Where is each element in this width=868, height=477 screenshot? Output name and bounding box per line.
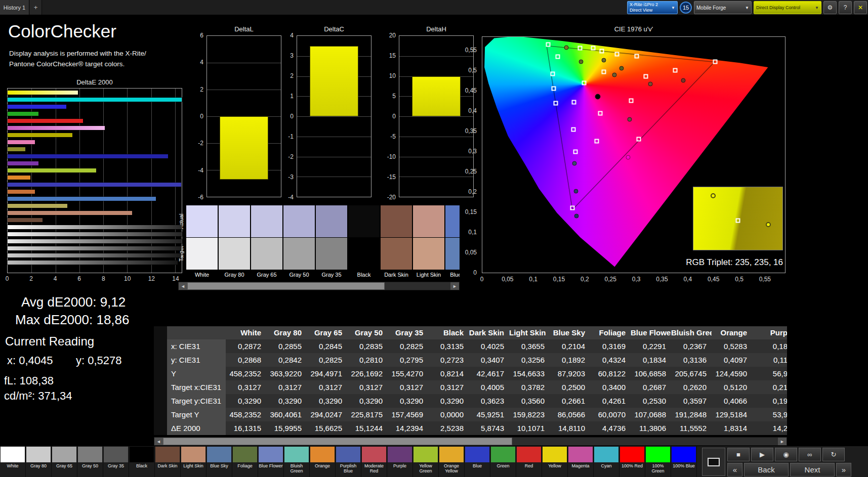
axis-tick-label: -4 xyxy=(188,167,203,174)
avg-de2000-reading: Avg dE2000: 9,12 xyxy=(21,294,126,310)
tab-history-1[interactable]: History 1 xyxy=(0,0,29,15)
target-swatch xyxy=(413,238,444,270)
table-cell: 14,8110 xyxy=(550,421,590,435)
patch-button-blue-flower[interactable]: Blue Flower xyxy=(258,446,284,477)
patch-button-yellow[interactable]: Yellow xyxy=(542,446,568,477)
table-cell: 45,9251 xyxy=(469,408,509,421)
delta-e-bar xyxy=(8,112,38,116)
patch-button-purple[interactable]: Purple xyxy=(387,446,413,477)
patch-button-white[interactable]: White xyxy=(0,446,26,477)
new-tab-button[interactable]: + xyxy=(30,0,42,15)
swatch-label: Gray 50 xyxy=(283,272,315,278)
patch-button-100-green[interactable]: 100% Green xyxy=(645,446,671,477)
axis-tick-label: -1 xyxy=(278,133,294,140)
patch-swatch xyxy=(26,447,51,462)
scroll-left-arrow-icon[interactable]: ◄ xyxy=(179,282,187,290)
scrollbar-thumb[interactable] xyxy=(163,438,512,445)
scroll-right-arrow-icon[interactable]: ► xyxy=(450,282,459,290)
target-marker xyxy=(629,99,633,103)
delta-c-axis: 43210-1-2-3-4 xyxy=(278,35,295,197)
table-cell: 0,3400 xyxy=(590,380,631,394)
table-cell: 205,6745 xyxy=(671,367,712,380)
table-cell: 42,4617 xyxy=(469,367,509,380)
scroll-right-arrow-icon[interactable]: ► xyxy=(778,438,787,445)
patch-swatch xyxy=(646,447,670,462)
display-control-dropdown[interactable]: Direct Display Control ▼ xyxy=(754,1,821,14)
refresh-button[interactable]: ↻ xyxy=(822,448,845,461)
play-button[interactable]: ▶ xyxy=(751,448,773,461)
chevron-down-icon: ▼ xyxy=(671,6,675,10)
patch-button-blue-sky[interactable]: Blue Sky xyxy=(206,446,232,477)
axis-tick-label: 12 xyxy=(148,275,155,282)
patch-button-orange-yellow[interactable]: Orange Yellow xyxy=(439,446,465,477)
patch-button-foliage[interactable]: Foliage xyxy=(232,446,258,477)
patch-button-blue[interactable]: Blue xyxy=(465,446,490,477)
record-button[interactable]: ◉ xyxy=(775,448,797,461)
target-swatch xyxy=(381,238,412,270)
scroll-left-arrow-icon[interactable]: ◄ xyxy=(154,438,163,445)
patch-button-gray-80[interactable]: Gray 80 xyxy=(26,446,52,477)
target-marker xyxy=(573,150,578,154)
patch-swatch xyxy=(388,447,412,462)
patch-button-green[interactable]: Green xyxy=(490,446,516,477)
axis-tick-label: 1 xyxy=(278,93,294,100)
sample-dot xyxy=(766,222,771,227)
row-label: Target y:CIE31 xyxy=(167,394,226,408)
meter-dropdown[interactable]: X-Rite i1Pro 2 Direct View ▼ xyxy=(627,1,678,14)
patch-label: Green xyxy=(490,463,516,468)
patch-button-gray-50[interactable]: Gray 50 xyxy=(77,446,103,477)
swatch-label: Light Skin xyxy=(413,272,444,278)
next-arrow-button[interactable]: » xyxy=(836,463,851,476)
patch-button-100-red[interactable]: 100% Red xyxy=(619,446,645,477)
patch-button-bluish-green[interactable]: Bluish Green xyxy=(284,446,310,477)
close-button[interactable]: ✕ xyxy=(854,1,867,14)
axis-tick-label: 0,55 xyxy=(454,47,477,54)
measured-marker xyxy=(619,66,624,70)
patch-button-black[interactable]: Black xyxy=(129,446,155,477)
axis-tick-label: 4 xyxy=(188,59,203,66)
settings-button[interactable]: ⚙ xyxy=(823,1,837,14)
current-reading-marker xyxy=(626,155,630,159)
patch-button-orange[interactable]: Orange xyxy=(310,446,336,477)
table-cell: 0,2872 xyxy=(226,339,266,353)
back-arrow-button[interactable]: « xyxy=(727,463,742,476)
help-button[interactable]: ? xyxy=(839,1,852,14)
patch-button-purplish-blue[interactable]: Purplish Blue xyxy=(336,446,361,477)
delta-bar xyxy=(412,76,461,117)
delta-bar xyxy=(310,46,358,116)
patch-button-red[interactable]: Red xyxy=(516,446,542,477)
patch-button-dark-skin[interactable]: Dark Skin xyxy=(155,446,181,477)
patch-button-cyan[interactable]: Cyan xyxy=(594,446,619,477)
axis-tick-label: 0 xyxy=(6,275,9,282)
target-marker xyxy=(713,59,717,64)
swatch-strip-scrollbar[interactable]: ◄ ► xyxy=(178,282,460,290)
patch-button-magenta[interactable]: Magenta xyxy=(568,446,594,477)
loop-button[interactable]: ∞ xyxy=(799,448,821,461)
axis-tick-label: -3 xyxy=(278,174,294,181)
delta-e-bar xyxy=(8,147,25,151)
stop-button[interactable]: ■ xyxy=(727,448,750,461)
scrollbar-thumb[interactable] xyxy=(187,282,385,290)
patch-label: Foliage xyxy=(232,463,258,468)
current-reading-title: Current Reading xyxy=(5,334,94,349)
patch-button-gray-65[interactable]: Gray 65 xyxy=(52,446,77,477)
table-gutter xyxy=(154,353,167,367)
patch-button-light-skin[interactable]: Light Skin xyxy=(181,446,206,477)
delta-e-bar xyxy=(8,232,182,236)
table-cell: 294,4971 xyxy=(307,367,347,380)
swatch-column: Dark Skin xyxy=(381,205,413,281)
pattern-source-dropdown[interactable]: Mobile Forge ▼ xyxy=(694,1,752,14)
patch-button-gray-35[interactable]: Gray 35 xyxy=(103,446,129,477)
current-fl-reading: fL: 108,38 xyxy=(4,374,54,387)
table-scrollbar[interactable]: ◄ ► xyxy=(154,437,787,446)
pattern-window-button[interactable] xyxy=(702,448,725,476)
patch-button-moderate-red[interactable]: Moderate Red xyxy=(361,446,387,477)
title-bar: History 1 + X-Rite i1Pro 2 Direct View ▼… xyxy=(0,0,868,15)
axis-tick-label: 0,15 xyxy=(553,276,565,283)
delta-e-bar xyxy=(8,225,182,229)
patch-button-100-blue[interactable]: 100% Blue xyxy=(671,446,697,477)
next-button[interactable]: Next xyxy=(790,463,835,476)
back-button[interactable]: Back xyxy=(744,463,789,476)
patch-button-yellow-green[interactable]: Yellow Green xyxy=(413,446,439,477)
cie-y-axis: 0,550,50,450,40,350,30,250,20,150,10,050 xyxy=(454,36,479,273)
